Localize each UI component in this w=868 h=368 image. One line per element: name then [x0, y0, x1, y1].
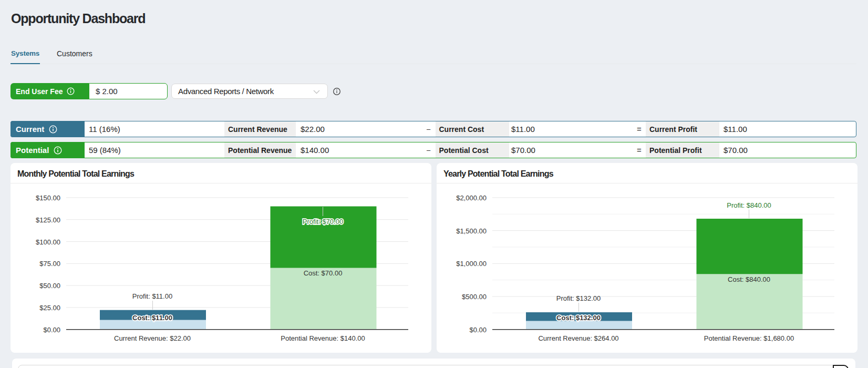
svg-text:Cost: $840.00: Cost: $840.00	[728, 275, 770, 283]
svg-text:$75.00: $75.00	[39, 260, 60, 268]
svg-text:Cost: $70.00: Cost: $70.00	[304, 269, 343, 277]
svg-text:Cost: $11.00: Cost: $11.00	[132, 314, 172, 322]
svg-text:Potential Revenue: $140.00: Potential Revenue: $140.00	[281, 334, 365, 342]
svg-text:Profit: $132.00: Profit: $132.00	[556, 294, 601, 302]
svg-text:Profit: $70.00: Profit: $70.00	[303, 218, 343, 226]
svg-text:Current Revenue: $264.00: Current Revenue: $264.00	[538, 334, 618, 342]
svg-text:Cost: $132.00: Cost: $132.00	[556, 314, 601, 322]
svg-text:$0.00: $0.00	[469, 326, 487, 334]
svg-text:$100.00: $100.00	[36, 238, 60, 246]
svg-text:Current Revenue: $22.00: Current Revenue: $22.00	[114, 334, 191, 342]
svg-text:$1,500.00: $1,500.00	[456, 227, 487, 235]
svg-text:$25.00: $25.00	[39, 304, 60, 312]
svg-text:Profit: $840.00: Profit: $840.00	[727, 201, 771, 209]
svg-text:$50.00: $50.00	[39, 282, 60, 290]
svg-text:$125.00: $125.00	[36, 216, 60, 224]
svg-text:$0.00: $0.00	[43, 326, 60, 334]
svg-text:Potential Revenue: $1,680.00: Potential Revenue: $1,680.00	[704, 334, 794, 342]
svg-text:$500.00: $500.00	[462, 293, 487, 301]
svg-text:$2,000.00: $2,000.00	[456, 194, 487, 202]
svg-text:$1,000.00: $1,000.00	[456, 260, 487, 268]
svg-text:$150.00: $150.00	[36, 194, 60, 202]
svg-text:Profit: $11.00: Profit: $11.00	[132, 292, 172, 300]
